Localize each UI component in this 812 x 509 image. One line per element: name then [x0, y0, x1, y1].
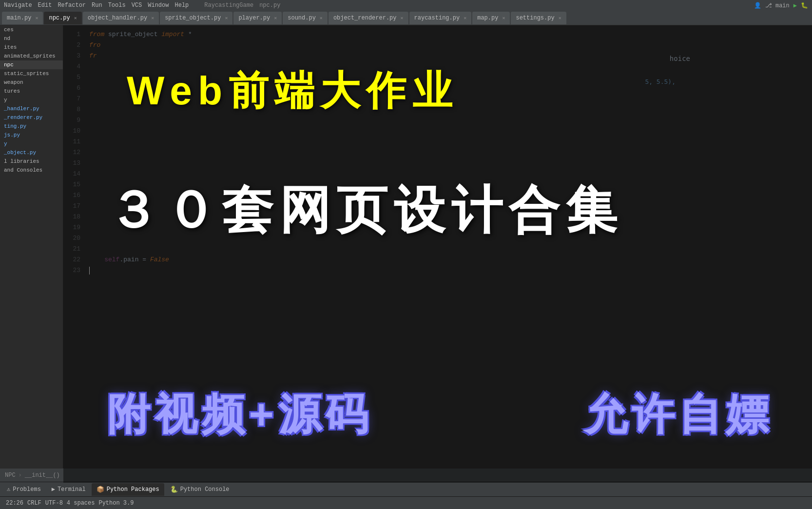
tab-label: settings.py: [516, 15, 554, 21]
tab-label: player.py: [238, 15, 270, 21]
sidebar-item-js-py[interactable]: js.py: [0, 131, 63, 139]
debug-button[interactable]: 🐛: [801, 2, 808, 9]
menu-item-help[interactable]: Help: [174, 2, 189, 9]
sidebar-item-weapon[interactable]: weapon: [0, 78, 63, 87]
close-icon[interactable]: ✕: [401, 15, 404, 21]
tab-label: map.py: [477, 15, 498, 21]
app-title: RaycastingGame: [204, 2, 253, 9]
code-line-5: [89, 72, 812, 83]
code-line-19: [89, 222, 812, 233]
code-line-3: fr: [89, 51, 812, 61]
menu-item-window[interactable]: Window: [148, 2, 169, 9]
sidebar-item-renderer-py[interactable]: _renderer.py: [0, 113, 63, 122]
menu-bar[interactable]: Navigate Edit Refactor Run Tools VCS Win…: [0, 0, 812, 11]
code-lines[interactable]: from sprite_object import * fro fr: [85, 25, 812, 483]
tab-python-console-label: Python Console: [180, 486, 230, 493]
code-line-2: fro: [89, 40, 812, 51]
tab-label: object_handler.py: [88, 15, 147, 21]
breadcrumb-init: __init__(): [25, 472, 60, 479]
code-line-12: [89, 147, 812, 158]
tab-settings-py[interactable]: settings.py ✕: [511, 12, 566, 24]
sidebar-item-object-py[interactable]: _object.py: [0, 148, 63, 157]
close-icon[interactable]: ✕: [502, 15, 505, 21]
tab-label: raycasting.py: [414, 15, 460, 21]
tab-sprite-object-py[interactable]: sprite_object.py ✕: [160, 12, 232, 24]
tab-label: sound.py: [288, 15, 316, 21]
breadcrumb-separator: ›: [19, 472, 22, 479]
close-icon[interactable]: ✕: [225, 15, 228, 21]
status-python-version: Python 3.9: [98, 500, 134, 507]
tab-player-py[interactable]: player.py ✕: [233, 12, 282, 24]
code-line-6: [89, 83, 812, 94]
tab-terminal[interactable]: ▶ Terminal: [47, 483, 91, 496]
status-bar: 22:26 CRLF UTF-8 4 spaces Python 3.9: [0, 496, 812, 509]
close-icon[interactable]: ✕: [274, 15, 277, 21]
sidebar-item-ting-py[interactable]: ting.py: [0, 122, 63, 131]
sidebar-item-nd[interactable]: nd: [0, 34, 63, 43]
code-line-17: [89, 201, 812, 212]
menu-item-tools[interactable]: Tools: [108, 2, 126, 9]
tab-object-renderer-py[interactable]: object_renderer.py ✕: [329, 12, 408, 24]
menu-item-run[interactable]: Run: [92, 2, 102, 9]
code-line-18: [89, 212, 812, 222]
close-icon[interactable]: ✕: [151, 15, 154, 21]
sidebar-item-ces[interactable]: ces: [0, 25, 63, 34]
menu-item-edit[interactable]: Edit: [38, 2, 52, 9]
tab-problems-label: Problems: [13, 486, 41, 493]
code-area[interactable]: hoice 5, 5.5), 1234 5678 9101112 1314151…: [63, 25, 812, 483]
code-line-8: [89, 104, 812, 115]
code-line-15: [89, 179, 812, 190]
tab-python-console[interactable]: 🐍 Python Console: [165, 483, 234, 496]
line-numbers: 1234 5678 9101112 13141516 17181920 2122…: [63, 25, 85, 483]
close-icon[interactable]: ✕: [464, 15, 466, 21]
sidebar-item-static-sprites[interactable]: static_sprites: [0, 69, 63, 78]
tab-label: npc.py: [49, 15, 70, 21]
code-line-20: [89, 233, 812, 244]
tab-map-py[interactable]: map.py ✕: [472, 12, 510, 24]
run-button[interactable]: ▶: [793, 2, 797, 9]
code-line-22: self.pain = False: [89, 254, 812, 265]
code-line-7: [89, 94, 812, 104]
close-icon[interactable]: ✕: [320, 15, 323, 21]
sidebar-item-ites[interactable]: ites: [0, 43, 63, 52]
code-line-13: [89, 158, 812, 169]
tab-label: sprite_object.py: [165, 15, 221, 21]
tab-bar: main.py ✕ npc.py ✕ object_handler.py ✕ s…: [0, 11, 812, 25]
menu-item-vcs[interactable]: VCS: [132, 2, 142, 9]
tab-npc-py[interactable]: npc.py ✕: [44, 12, 81, 24]
code-line-9: [89, 115, 812, 126]
close-icon[interactable]: ✕: [559, 15, 561, 21]
tab-python-packages[interactable]: 📦 Python Packages: [92, 483, 164, 496]
sidebar: ces nd ites animated_sprites npc static_…: [0, 25, 63, 483]
tab-problems[interactable]: ⚠ Problems: [2, 483, 46, 496]
python-packages-icon: 📦: [97, 486, 104, 493]
code-content: 1234 5678 9101112 13141516 17181920 2122…: [63, 25, 812, 483]
code-line-14: [89, 169, 812, 179]
code-line-16: [89, 190, 812, 201]
tab-sound-py[interactable]: sound.py ✕: [283, 12, 328, 24]
code-line-1: from sprite_object import *: [89, 29, 812, 40]
code-line-23: [89, 265, 812, 276]
menu-item-refactor[interactable]: Refactor: [58, 2, 86, 9]
main-area: ces nd ites animated_sprites npc static_…: [0, 25, 812, 483]
close-icon[interactable]: ✕: [74, 15, 77, 21]
sidebar-item-y2[interactable]: y: [0, 139, 63, 148]
terminal-icon: ▶: [52, 486, 55, 493]
status-line-col: 22:26: [6, 500, 23, 507]
sidebar-item-animated-sprites[interactable]: animated_sprites: [0, 52, 63, 60]
sidebar-item-tures[interactable]: tures: [0, 87, 63, 96]
tab-python-packages-label: Python Packages: [107, 486, 159, 493]
tab-terminal-label: Terminal: [58, 486, 86, 493]
user-icon: 👤: [754, 2, 761, 9]
tab-main-py[interactable]: main.py ✕: [2, 12, 43, 24]
tab-raycasting-py[interactable]: raycasting.py ✕: [409, 12, 472, 24]
sidebar-item-handler-py[interactable]: _handler.py: [0, 104, 63, 113]
close-icon[interactable]: ✕: [35, 15, 38, 21]
tab-object-handler-py[interactable]: object_handler.py ✕: [83, 12, 159, 24]
sidebar-item-y[interactable]: y: [0, 96, 63, 104]
sidebar-item-consoles[interactable]: and Consoles: [0, 166, 63, 175]
menu-item-navigate[interactable]: Navigate: [4, 2, 32, 9]
code-line-11: [89, 137, 812, 147]
sidebar-item-libraries[interactable]: l libraries: [0, 157, 63, 166]
sidebar-item-npc[interactable]: npc: [0, 60, 63, 69]
